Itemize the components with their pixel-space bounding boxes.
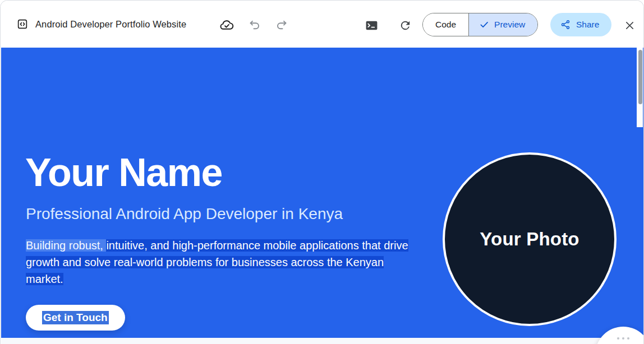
photo-placeholder-text: Your Photo [480, 229, 579, 250]
scrollbar-thumb[interactable] [638, 50, 642, 104]
share-button-label: Share [576, 20, 599, 30]
refresh-icon[interactable] [398, 18, 412, 32]
code-preview-toggle: Code Preview [422, 13, 538, 36]
toolbar: Android Developer Portfolio Website [1, 1, 643, 48]
undo-icon[interactable] [247, 18, 262, 32]
get-in-touch-button[interactable]: Get in Touch [26, 305, 125, 331]
redo-icon[interactable] [274, 18, 289, 32]
hero-description: Building robust, intuitive, and high-per… [26, 237, 418, 287]
description-selection-light: Building robust, [26, 239, 106, 252]
hero-heading: Your Name [25, 153, 222, 192]
hero-section: Your Name Professional Android App Devel… [1, 48, 644, 338]
app-window: Android Developer Portfolio Website [0, 0, 644, 344]
code-tab-label: Code [435, 20, 456, 30]
photo-placeholder-circle: Your Photo [443, 152, 617, 326]
next-section-edge [1, 338, 644, 344]
more-options-icon [617, 337, 629, 344]
cloud-done-icon [219, 18, 234, 32]
code-file-icon [17, 18, 28, 30]
share-button[interactable]: Share [550, 13, 611, 36]
close-icon[interactable] [622, 18, 637, 32]
check-icon [479, 20, 489, 30]
hero-subtitle: Professional Android App Developer in Ke… [26, 205, 343, 223]
project-title: Android Developer Portfolio Website [35, 1, 186, 48]
cta-label: Get in Touch [42, 311, 109, 324]
terminal-icon[interactable] [364, 18, 379, 32]
tab-preview[interactable]: Preview [469, 13, 537, 36]
preview-tab-label: Preview [494, 20, 525, 30]
share-icon [560, 20, 571, 30]
tab-code[interactable]: Code [423, 13, 469, 36]
